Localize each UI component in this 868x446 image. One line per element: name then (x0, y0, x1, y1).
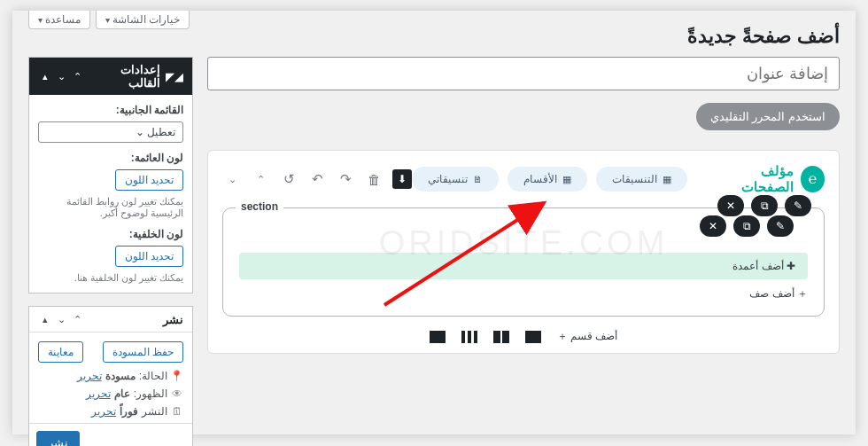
metabox-toggle-icon[interactable]: ▴ (38, 69, 52, 83)
pill-layouts[interactable]: ▦ التنسيقات (596, 167, 687, 192)
schedule-value: فوراً (120, 405, 138, 418)
side-menu-label: القائمة الجانبية: (38, 104, 183, 116)
section-close-icon[interactable]: ✕ (717, 195, 744, 216)
publish-button[interactable]: نشر (36, 431, 80, 446)
row-edit-icon[interactable]: ✎ (767, 215, 794, 237)
preview-button[interactable]: معاينة (38, 341, 83, 363)
pill-my-layouts[interactable]: 🗎 تنسيقاتي (412, 167, 499, 192)
status-value: مسودة (105, 370, 136, 382)
metabox-up-icon[interactable]: ⌃ (70, 69, 84, 83)
page-builder-panel: ℮ مؤلف الصفحات ▦ التنسيقات ▦ الأقسام (207, 150, 840, 354)
float-color-label: لون العائمة: (38, 152, 183, 164)
grid-icon: ▦ (663, 174, 671, 185)
expand-tool[interactable]: ⌄ (222, 169, 242, 189)
schedule-label: النشر (142, 405, 167, 418)
trash-tool[interactable]: 🗑 (364, 169, 384, 189)
schedule-edit-link[interactable]: تحرير (91, 405, 116, 418)
theme-icon: ◢◤ (166, 70, 183, 83)
metabox-up-icon[interactable]: ⌃ (70, 312, 84, 326)
metabox-down-icon[interactable]: ⌄ (54, 312, 68, 326)
bg-color-label: لون الخلفية: (38, 228, 183, 240)
page-title-input[interactable] (207, 57, 840, 90)
save-draft-button[interactable]: حفظ المسودة (103, 341, 183, 363)
row-duplicate-icon[interactable]: ⧉ (733, 215, 760, 237)
help-tab[interactable]: مساعدة (28, 11, 90, 29)
use-classic-editor-button[interactable]: استخدم المحرر التقليدي (696, 103, 840, 130)
row-close-icon[interactable]: ✕ (700, 215, 726, 237)
bg-color-button[interactable]: تحديد اللون (115, 246, 183, 267)
status-label: الحالة: (139, 370, 167, 382)
download-tool[interactable]: ⬇ (392, 169, 412, 189)
layout-more-icon[interactable] (430, 331, 446, 343)
collapse-tool[interactable]: ⌃ (251, 169, 270, 189)
visibility-value: عام (114, 387, 130, 400)
add-columns-button[interactable]: ✚ أضف أعمدة (239, 253, 808, 279)
section-legend: section (236, 200, 283, 213)
section-edit-icon[interactable]: ✎ (785, 195, 811, 216)
visibility-label: الظهور: (134, 387, 167, 400)
theme-settings-title: إعدادات القالب (89, 63, 160, 90)
status-edit-link[interactable]: تحرير (77, 370, 102, 382)
layout-full-icon[interactable] (525, 331, 541, 343)
save-icon: 🗎 (473, 174, 483, 184)
float-color-hint: يمكنك تغيير لون روابط القائمة الرئيسية ل… (38, 196, 183, 219)
add-section-label[interactable]: أضف قسم ＋ (557, 329, 618, 344)
layout-third-icon[interactable] (461, 331, 477, 343)
screen-options-tab[interactable]: خيارات الشاشة (96, 11, 190, 29)
side-menu-select[interactable]: تعطيل ⌄ (38, 121, 183, 143)
theme-settings-metabox: ◢◤ إعدادات القالب ⌃ ⌄ ▴ القائمة الجانبية… (28, 57, 193, 293)
layout-half-icon[interactable] (493, 331, 509, 343)
pin-icon: 📍 (171, 370, 183, 382)
calendar-icon: 🗓 (171, 405, 183, 418)
publish-title: نشر (89, 313, 183, 326)
bg-color-hint: يمكنك تغيير لون الخلفية هنا. (38, 272, 183, 284)
float-color-button[interactable]: تحديد اللون (115, 169, 183, 191)
add-row-button[interactable]: ＋ أضف صف (239, 286, 808, 301)
builder-section[interactable]: ORIDSITE.COM section ✎ ⧉ ✕ ✎ ⧉ ✕ ✚ أضف أ… (222, 207, 825, 317)
visibility-edit-link[interactable]: تحرير (86, 387, 111, 400)
history-tool[interactable]: ↺ (279, 169, 298, 189)
builder-logo-icon: ℮ (801, 166, 825, 192)
redo-tool[interactable]: ↷ (336, 169, 355, 189)
section-duplicate-icon[interactable]: ⧉ (751, 195, 778, 216)
add-section-bar: أضف قسم ＋ (222, 329, 825, 344)
undo-tool[interactable]: ↶ (307, 169, 327, 189)
grid-icon: ▦ (562, 174, 571, 185)
pill-sections[interactable]: ▦ الأقسام (508, 167, 587, 192)
publish-metabox: نشر ⌃ ⌄ ▴ حفظ المسودة معاينة 📍 الحالة: (28, 306, 193, 446)
eye-icon: 👁 (171, 387, 183, 400)
metabox-toggle-icon[interactable]: ▴ (38, 312, 52, 326)
builder-brand-label: مؤلف الصفحات (712, 163, 794, 195)
metabox-down-icon[interactable]: ⌄ (54, 69, 68, 83)
